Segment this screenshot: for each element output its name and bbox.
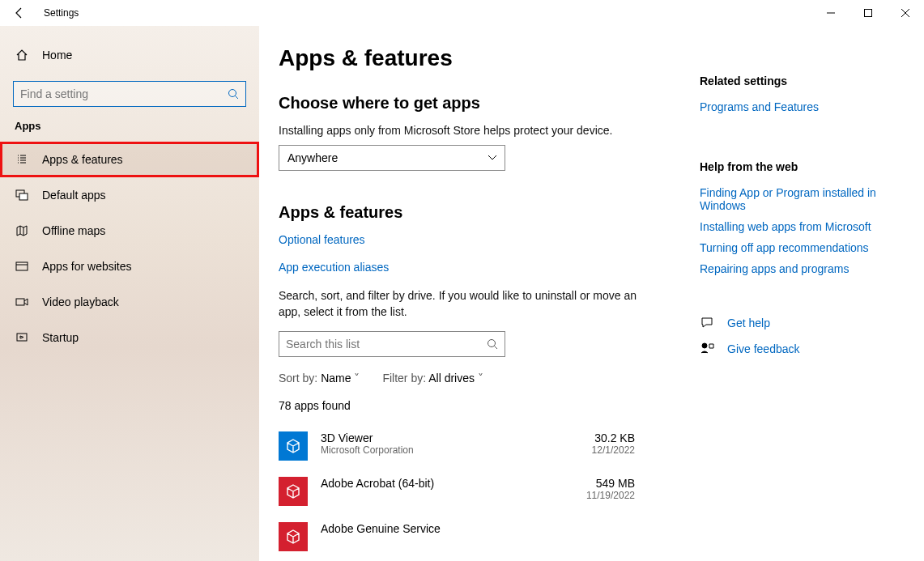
search-input[interactable] — [20, 87, 228, 100]
sidebar-item-label: Default apps — [42, 189, 106, 202]
choose-heading: Choose where to get apps — [279, 94, 651, 113]
app-size: 549 MB — [586, 477, 635, 490]
search-icon — [487, 338, 498, 350]
filter-by[interactable]: Filter by: All drives ˅ — [382, 372, 483, 385]
optional-features-link[interactable]: Optional features — [279, 233, 651, 246]
nav-home[interactable]: Home — [0, 39, 259, 71]
sidebar: Home Apps Apps & features Default apps — [0, 26, 259, 561]
app-date: 12/1/2022 — [592, 444, 635, 456]
svg-point-2 — [229, 90, 236, 97]
sidebar-item-label: Startup — [42, 331, 79, 344]
chat-icon — [700, 316, 714, 330]
svg-point-12 — [702, 343, 707, 348]
sidebar-item-startup[interactable]: Startup — [0, 320, 259, 355]
get-help-row[interactable]: Get help — [700, 316, 905, 330]
map-icon — [15, 223, 29, 238]
page-title: Apps & features — [279, 45, 651, 71]
sort-label: Sort by: — [279, 372, 317, 385]
get-help-link[interactable]: Get help — [727, 317, 770, 329]
app-source-dropdown[interactable]: Anywhere — [279, 145, 505, 171]
home-icon — [15, 48, 29, 62]
sidebar-item-apps-features[interactable]: Apps & features — [0, 142, 259, 177]
sidebar-item-label: Apps & features — [42, 153, 123, 166]
list-icon — [15, 152, 29, 167]
app-row[interactable]: Adobe Acrobat (64-bit) 549 MB 11/19/2022 — [279, 469, 635, 514]
sort-by[interactable]: Sort by: Name ˅ — [279, 372, 360, 385]
sort-value: Name — [321, 372, 351, 385]
feedback-row[interactable]: Give feedback — [700, 342, 905, 356]
search-box[interactable] — [13, 81, 246, 107]
svg-rect-9 — [17, 334, 27, 341]
svg-rect-5 — [19, 193, 28, 200]
help-link[interactable]: Installing web apps from Microsoft — [700, 220, 905, 233]
minimize-button[interactable] — [812, 0, 849, 26]
related-heading: Related settings — [700, 74, 905, 87]
dropdown-value: Anywhere — [287, 151, 338, 164]
window-title: Settings — [44, 7, 79, 19]
svg-rect-1 — [865, 10, 872, 17]
app-icon — [279, 477, 308, 506]
nav-home-label: Home — [42, 49, 72, 62]
app-date: 11/19/2022 — [586, 490, 635, 501]
svg-point-10 — [488, 340, 496, 347]
svg-rect-8 — [16, 299, 24, 305]
sidebar-item-label: Apps for websites — [42, 260, 132, 273]
side-panel: Related settings Programs and Features H… — [651, 45, 905, 561]
svg-rect-6 — [16, 262, 28, 270]
sidebar-item-default-apps[interactable]: Default apps — [0, 177, 259, 213]
feedback-link[interactable]: Give feedback — [727, 342, 800, 355]
programs-features-link[interactable]: Programs and Features — [700, 100, 905, 113]
content-pane: Apps & features Choose where to get apps… — [279, 45, 651, 561]
app-aliases-link[interactable]: App execution aliases — [279, 261, 651, 274]
window-controls — [812, 0, 924, 26]
app-icon — [279, 522, 308, 551]
app-size: 30.2 KB — [592, 431, 635, 444]
default-apps-icon — [15, 188, 29, 202]
choose-desc: Installing apps only from Microsoft Stor… — [279, 124, 651, 137]
startup-icon — [15, 330, 29, 345]
svg-line-3 — [236, 96, 239, 100]
help-link[interactable]: Repairing apps and programs — [700, 262, 905, 275]
app-row[interactable]: 3D Viewer Microsoft Corporation 30.2 KB … — [279, 423, 635, 469]
back-button[interactable] — [0, 0, 39, 26]
chevron-down-icon — [488, 155, 496, 160]
filter-label: Filter by: — [382, 372, 426, 385]
app-name: Adobe Acrobat (64-bit) — [321, 477, 573, 490]
video-icon — [15, 295, 29, 309]
maximize-button[interactable] — [849, 0, 887, 26]
help-link[interactable]: Turning off app recommendations — [700, 241, 905, 254]
help-heading: Help from the web — [700, 160, 905, 173]
list-search-input[interactable] — [286, 338, 487, 351]
app-name: Adobe Genuine Service — [321, 522, 622, 535]
chevron-down-icon: ˅ — [478, 372, 483, 385]
app-icon — [279, 431, 308, 461]
help-link[interactable]: Finding App or Program installed in Wind… — [700, 186, 905, 212]
sidebar-item-label: Video playback — [42, 295, 119, 308]
app-name: 3D Viewer — [321, 431, 579, 444]
sidebar-item-label: Offline maps — [42, 224, 105, 237]
close-button[interactable] — [887, 0, 924, 26]
apps-features-heading: Apps & features — [279, 203, 651, 222]
filter-value: All drives — [428, 372, 475, 385]
websites-icon — [15, 259, 29, 274]
list-instructions: Search, sort, and filter by drive. If yo… — [279, 288, 651, 320]
chevron-down-icon: ˅ — [354, 372, 360, 385]
sidebar-item-offline-maps[interactable]: Offline maps — [0, 213, 259, 249]
sidebar-item-video-playback[interactable]: Video playback — [0, 284, 259, 320]
app-row[interactable]: Adobe Genuine Service — [279, 514, 635, 559]
svg-line-11 — [495, 346, 498, 350]
list-search-box[interactable] — [279, 331, 505, 357]
title-bar: Settings — [0, 0, 924, 26]
apps-count: 78 apps found — [279, 399, 651, 412]
app-publisher: Microsoft Corporation — [321, 444, 579, 456]
sidebar-section-label: Apps — [15, 120, 259, 132]
sidebar-item-apps-websites[interactable]: Apps for websites — [0, 249, 259, 284]
feedback-icon — [700, 342, 714, 356]
search-icon — [228, 88, 239, 100]
